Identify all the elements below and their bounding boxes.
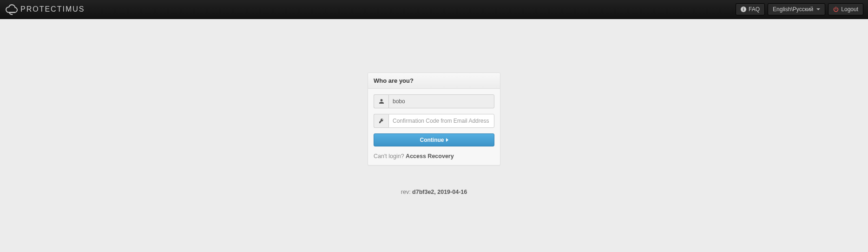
confirmation-code-input[interactable]: [388, 114, 494, 128]
key-icon: [374, 114, 388, 128]
revision-footer: rev: d7bf3e2, 2019-04-16: [401, 189, 467, 195]
cant-login-text: Can't login?: [374, 153, 406, 159]
continue-label: Continue: [420, 137, 444, 143]
language-dropdown[interactable]: English\Русский: [768, 3, 825, 15]
recovery-line: Can't login? Access Recovery: [374, 153, 494, 159]
continue-button[interactable]: Continue: [374, 133, 494, 146]
rev-prefix: rev:: [401, 189, 412, 195]
rev-value: d7bf3e2, 2019-04-16: [412, 189, 467, 195]
language-label: English\Русский: [773, 6, 813, 13]
panel-body: Continue Can't login? Access Recovery: [368, 89, 500, 165]
faq-label: FAQ: [749, 6, 760, 13]
logout-button[interactable]: Logout: [828, 3, 863, 15]
access-recovery-link[interactable]: Access Recovery: [406, 153, 454, 159]
info-icon: i: [741, 7, 746, 12]
brand-logo[interactable]: PROTECTIMUS: [5, 3, 85, 15]
username-input[interactable]: [388, 94, 494, 108]
brand-text: PROTECTIMUS: [20, 5, 85, 13]
chevron-right-icon: [446, 138, 448, 142]
main-content: Who are you? Continue Can't login? Acces…: [0, 19, 868, 195]
panel-title: Who are you?: [368, 73, 500, 89]
user-icon: [374, 94, 388, 108]
faq-button[interactable]: i FAQ: [736, 3, 765, 15]
nav-right: i FAQ English\Русский Logout: [736, 3, 863, 15]
top-navbar: PROTECTIMUS i FAQ English\Русский Logout: [0, 0, 868, 19]
cloud-lock-icon: [5, 3, 19, 15]
login-panel: Who are you? Continue Can't login? Acces…: [368, 73, 500, 166]
power-icon: [833, 7, 839, 12]
caret-down-icon: [816, 8, 820, 10]
code-group: [374, 114, 494, 128]
logout-label: Logout: [841, 6, 858, 13]
username-group: [374, 94, 494, 108]
